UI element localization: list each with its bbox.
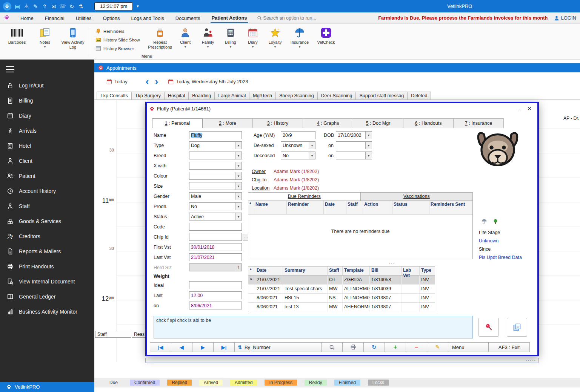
refresh-button[interactable]: ↻: [363, 342, 385, 352]
menu-financial[interactable]: Financial: [44, 13, 65, 23]
history-row[interactable]: 21/07/2021 Test special chars MW ALTNORM…: [248, 285, 435, 294]
deceased-on-select[interactable]: ▾: [336, 152, 372, 159]
first-record-button[interactable]: |◀: [150, 342, 171, 352]
sidebar-item-diary[interactable]: Diary: [0, 108, 94, 123]
ribbon-loyalty-button[interactable]: Loyalty ▼: [266, 27, 284, 49]
ribbon-billing-button[interactable]: Billing ▼: [222, 27, 240, 49]
edit-record-button[interactable]: ✎: [427, 342, 448, 352]
edit-icon[interactable]: ✎: [31, 3, 40, 9]
sidebar-item-patient[interactable]: Patient: [0, 168, 94, 184]
dialog-menu-button[interactable]: Menu: [448, 342, 489, 352]
ribbon-repeat-prescriptions-button[interactable]: Repeat Prescriptions: [148, 27, 172, 49]
col-name[interactable]: Name: [254, 201, 287, 214]
note-template-button[interactable]: [507, 318, 527, 337]
chevron-down-icon[interactable]: ▾: [235, 193, 242, 200]
warning-icon[interactable]: ⚠: [22, 3, 31, 9]
ribbon-notes-button[interactable]: Notes ▼: [33, 27, 57, 49]
document-icon[interactable]: ▤: [13, 3, 22, 9]
umbrella-icon[interactable]: [481, 219, 487, 225]
sidebar-item-general-ledger[interactable]: General Ledger: [0, 289, 94, 304]
chevron-down-icon[interactable]: ▾: [309, 152, 315, 159]
next-record-button[interactable]: ▶: [192, 342, 214, 352]
code-input[interactable]: [189, 223, 242, 231]
last-record-button[interactable]: ▶|: [213, 342, 235, 352]
today-button[interactable]: Today: [106, 79, 128, 84]
ribbon-diary-button[interactable]: Diary ▼: [244, 27, 262, 49]
chevron-down-icon[interactable]: ▾: [235, 213, 242, 220]
minimize-button[interactable]: –: [512, 106, 524, 112]
sidebar-item-account-history[interactable]: Account History: [0, 184, 94, 199]
chevron-down-icon[interactable]: ▾: [365, 132, 372, 139]
resize-grip-icon[interactable]: ·····: [526, 358, 536, 363]
horizontal-scrollbar[interactable]: ·····: [145, 358, 539, 363]
flask-icon[interactable]: ⚗: [76, 3, 85, 9]
tab-boarding[interactable]: Boarding: [188, 92, 215, 100]
menu-utilities[interactable]: Utilities: [75, 13, 92, 23]
search-button[interactable]: [321, 342, 343, 352]
col-date[interactable]: Date: [255, 266, 283, 275]
tab-hospital[interactable]: Hospital: [164, 92, 189, 100]
print-button[interactable]: [342, 342, 364, 352]
chevron-down-icon[interactable]: ▾: [309, 142, 315, 149]
chevron-down-icon[interactable]: ▾: [235, 152, 242, 159]
name-input[interactable]: Fluffy: [189, 131, 242, 139]
location-link[interactable]: Location: [252, 185, 274, 191]
history-row[interactable]: ► 21/07/2021 OT ZGRIDA 1/814058 INV: [248, 276, 435, 285]
col-date[interactable]: Date: [324, 201, 346, 214]
sidebar-item-client[interactable]: Client: [0, 153, 94, 168]
ribbon-history-browser-button[interactable]: History Browser: [95, 46, 144, 51]
ribbon-reminders-button[interactable]: Reminders: [95, 28, 144, 34]
login-button[interactable]: LOGIN: [554, 15, 576, 21]
tab-due-reminders[interactable]: Due Reminders: [248, 193, 361, 201]
col-summary[interactable]: Summary: [283, 266, 328, 275]
chevron-down-icon[interactable]: ▾: [365, 142, 372, 149]
clock-dropdown-caret-icon[interactable]: ▾: [137, 4, 139, 9]
previous-record-button[interactable]: ◀: [171, 342, 192, 352]
tab-deleted[interactable]: Deleted: [407, 92, 431, 100]
size-select[interactable]: ▾: [189, 182, 242, 190]
chevron-down-icon[interactable]: ▾: [235, 172, 242, 179]
sidebar-item-hotel[interactable]: Hotel: [0, 138, 94, 153]
exit-button[interactable]: AF3 : Exit: [488, 342, 530, 352]
splitter-handle[interactable]: ...: [381, 259, 403, 265]
col-reminder[interactable]: Reminder: [287, 201, 324, 214]
refresh-icon[interactable]: ↻: [67, 3, 76, 9]
ribbon-client-button[interactable]: Client ▼: [176, 27, 194, 49]
next-day-chevron-icon[interactable]: ›: [155, 78, 158, 85]
last-weight-input[interactable]: 12.00: [189, 291, 242, 299]
tab-more[interactable]: 2 : More: [202, 118, 253, 128]
sidebar-item-view-internal-document[interactable]: View Internal Document: [0, 274, 94, 289]
ideal-weight-input[interactable]: [189, 281, 242, 289]
status-select[interactable]: Active▾: [189, 213, 242, 220]
sidebar-item-goods-services[interactable]: Goods & Services: [0, 214, 94, 229]
col-action[interactable]: Action: [363, 201, 392, 214]
sidebar-item-reports-mailers[interactable]: Reports & Mailers: [0, 244, 94, 259]
col-staff[interactable]: Staff: [346, 201, 363, 214]
pin-note-button[interactable]: [478, 318, 499, 337]
tab-tkp-surgery[interactable]: Tkp Surgery: [131, 92, 165, 100]
last-visit-input[interactable]: 21/07/2021: [189, 253, 242, 261]
sidebar-footer[interactable]: VetlinkPRO: [0, 382, 94, 392]
desexed-on-select[interactable]: ▾: [336, 141, 372, 149]
col-staff[interactable]: Staff: [328, 266, 343, 275]
mail-icon[interactable]: ✉: [49, 3, 58, 9]
menu-logs-and-tools[interactable]: Logs and Tools: [130, 13, 165, 23]
option-search-input[interactable]: [263, 15, 324, 21]
col-type[interactable]: Type: [420, 266, 434, 275]
ribbon-family-button[interactable]: Family ▼: [199, 27, 217, 49]
chevron-down-icon[interactable]: ▾: [235, 182, 242, 190]
clock-display[interactable]: 12:31:07 pm: [94, 2, 133, 10]
dialog-titlebar[interactable]: Fluffy (Patient# 1/14661) – ✕: [147, 103, 537, 114]
sidebar-item-log-in-out[interactable]: Log In/Out: [0, 78, 94, 93]
tree-icon[interactable]: [492, 219, 498, 225]
tab-vaccinations[interactable]: Vaccinations: [361, 193, 473, 201]
weight-on-input[interactable]: 8/06/2021: [189, 302, 242, 309]
col-lab-vet[interactable]: Lab Vet: [402, 266, 420, 275]
colour-select[interactable]: ▾: [189, 172, 242, 180]
tab-large-animal[interactable]: Large Animal: [214, 92, 249, 100]
col-bill[interactable]: Bill: [370, 266, 402, 275]
sidebar-item-print-handouts[interactable]: Print Handouts: [0, 259, 94, 274]
col-template[interactable]: Template: [343, 266, 370, 275]
hamburger-menu-icon[interactable]: [0, 60, 94, 78]
menu-documents[interactable]: Documents: [175, 13, 201, 23]
